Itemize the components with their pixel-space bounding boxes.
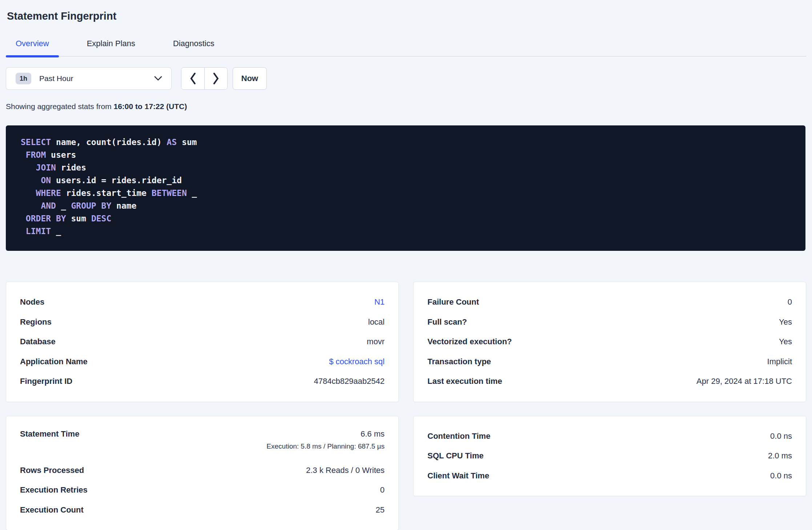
- row-label: Fingerprint ID: [20, 376, 72, 387]
- statement-details-card: NodesN1RegionslocalDatabasemovrApplicati…: [6, 282, 399, 402]
- card-row: Execution Count25: [20, 500, 385, 520]
- chevron-right-icon: [212, 72, 220, 85]
- row-value: local: [368, 317, 385, 328]
- time-interval-dropdown[interactable]: 1h Past Hour: [6, 67, 172, 90]
- row-label: Execution Count: [20, 505, 84, 515]
- row-value-text: Implicit: [767, 357, 792, 366]
- row-value-text: 6.6 ms: [361, 429, 385, 438]
- row-value-text: local: [368, 317, 385, 326]
- row-value-text: 0.0 ns: [770, 431, 792, 441]
- row-label: Nodes: [20, 297, 44, 308]
- row-value: Yes: [779, 317, 792, 328]
- row-label: Vectorized execution?: [427, 336, 512, 347]
- row-value-text: 0: [788, 297, 792, 306]
- sql-line: FROM users: [21, 149, 791, 161]
- row-label: SQL CPU Time: [427, 450, 483, 461]
- row-label: Full scan?: [427, 317, 467, 328]
- row-value-text: 4784cb829aab2542: [314, 377, 385, 386]
- next-interval-button[interactable]: [204, 68, 227, 89]
- row-value: $ cockroach sql: [329, 356, 385, 367]
- tab-diagnostics[interactable]: Diagnostics: [163, 40, 224, 56]
- execution-attributes-card: Failure Count0Full scan?YesVectorized ex…: [413, 282, 806, 402]
- aggregated-stats-text: Showing aggregated stats from 16:00 to 1…: [6, 102, 806, 111]
- sql-line: SELECT name, count(rides.id) AS sum: [21, 136, 791, 149]
- stats-text-prefix: Showing aggregated stats from: [6, 102, 114, 111]
- time-interval-label: Past Hour: [39, 74, 154, 83]
- row-subvalue: Execution: 5.8 ms / Planning: 687.5 µs: [266, 442, 385, 451]
- card-row: Fingerprint ID4784cb829aab2542: [20, 372, 385, 392]
- row-value: 25: [376, 505, 385, 515]
- page-title: Statement Fingerprint: [7, 9, 806, 23]
- card-row: NodesN1: [20, 292, 385, 312]
- row-value: Implicit: [767, 356, 792, 367]
- card-row: Contention Time0.0 ns: [427, 426, 792, 446]
- chevron-left-icon: [189, 72, 197, 85]
- tab-overview[interactable]: Overview: [6, 40, 59, 56]
- row-value: Apr 29, 2024 at 17:18 UTC: [696, 376, 792, 387]
- sql-line: JOIN rides: [21, 161, 791, 174]
- card-row: Application Name$ cockroach sql: [20, 352, 385, 372]
- row-value-link[interactable]: $ cockroach sql: [329, 357, 385, 366]
- card-row: Failure Count0: [427, 292, 792, 312]
- card-row: Statement Time6.6 msExecution: 5.8 ms / …: [20, 426, 385, 461]
- card-row: SQL CPU Time2.0 ms: [427, 446, 792, 466]
- interval-badge: 1h: [16, 73, 31, 84]
- stats-time-range: 16:00 to 17:22 (UTC): [114, 102, 187, 111]
- wait-timing-card: Contention Time0.0 nsSQL CPU Time2.0 msC…: [413, 416, 806, 497]
- sql-line: WHERE rides.start_time BETWEEN _: [21, 187, 791, 200]
- time-controls: 1h Past Hour Now: [6, 67, 806, 90]
- row-value: 2.0 ms: [768, 450, 792, 461]
- row-label: Client Wait Time: [427, 470, 489, 481]
- sql-line: LIMIT _: [21, 225, 791, 238]
- row-label: Regions: [20, 317, 52, 328]
- row-label: Database: [20, 336, 56, 347]
- card-row: Regionslocal: [20, 312, 385, 332]
- tab-bar: Overview Explain Plans Diagnostics: [6, 37, 806, 57]
- row-label: Application Name: [20, 356, 88, 367]
- card-row: Transaction typeImplicit: [427, 352, 792, 372]
- row-value-text: Yes: [779, 337, 792, 346]
- row-label: Execution Retries: [20, 485, 88, 495]
- row-value: 0.0 ns: [770, 470, 792, 481]
- row-value: 4784cb829aab2542: [314, 376, 385, 387]
- card-row: Rows Processed2.3 k Reads / 0 Writes: [20, 461, 385, 481]
- row-value: movr: [367, 336, 385, 347]
- row-value-text: 25: [376, 505, 385, 514]
- row-value: Yes: [779, 336, 792, 347]
- row-label: Rows Processed: [20, 465, 84, 476]
- row-value-text: movr: [367, 337, 385, 346]
- row-value-text: 0: [380, 485, 385, 494]
- row-value: 0: [788, 297, 792, 308]
- row-value-link[interactable]: N1: [374, 297, 385, 306]
- row-value: 2.3 k Reads / 0 Writes: [306, 465, 385, 476]
- card-row: Client Wait Time0.0 ns: [427, 466, 792, 486]
- sql-statement-box: SELECT name, count(rides.id) AS sum FROM…: [6, 125, 805, 251]
- now-button[interactable]: Now: [233, 67, 267, 90]
- previous-interval-button[interactable]: [181, 68, 204, 89]
- details-cards-row: NodesN1RegionslocalDatabasemovrApplicati…: [6, 282, 806, 402]
- sql-line: ORDER BY sum DESC: [21, 212, 791, 225]
- interval-arrow-group: [181, 67, 228, 90]
- card-row: Last execution timeApr 29, 2024 at 17:18…: [427, 372, 792, 392]
- row-label: Transaction type: [427, 356, 491, 367]
- card-row: Full scan?Yes: [427, 312, 792, 332]
- row-label: Last execution time: [427, 376, 502, 387]
- card-row: Vectorized execution?Yes: [427, 332, 792, 352]
- card-row: Databasemovr: [20, 332, 385, 352]
- row-value-text: 0.0 ns: [770, 471, 792, 480]
- row-value-text: Apr 29, 2024 at 17:18 UTC: [696, 377, 792, 386]
- card-row: Execution Retries0: [20, 480, 385, 500]
- tab-explain-plans[interactable]: Explain Plans: [77, 40, 145, 56]
- row-value: 0: [380, 485, 385, 495]
- statement-timing-card: Statement Time6.6 msExecution: 5.8 ms / …: [6, 416, 399, 530]
- sql-line: AND _ GROUP BY name: [21, 200, 791, 212]
- timing-cards-row: Statement Time6.6 msExecution: 5.8 ms / …: [6, 416, 806, 530]
- row-label: Contention Time: [427, 431, 490, 442]
- row-value: N1: [374, 297, 385, 308]
- sql-line: ON users.id = rides.rider_id: [21, 174, 791, 187]
- statement-fingerprint-page: Statement Fingerprint Overview Explain P…: [0, 9, 812, 530]
- row-label: Statement Time: [20, 429, 79, 439]
- row-value: 0.0 ns: [770, 431, 792, 442]
- chevron-down-icon: [154, 76, 162, 81]
- row-value-text: 2.3 k Reads / 0 Writes: [306, 466, 385, 475]
